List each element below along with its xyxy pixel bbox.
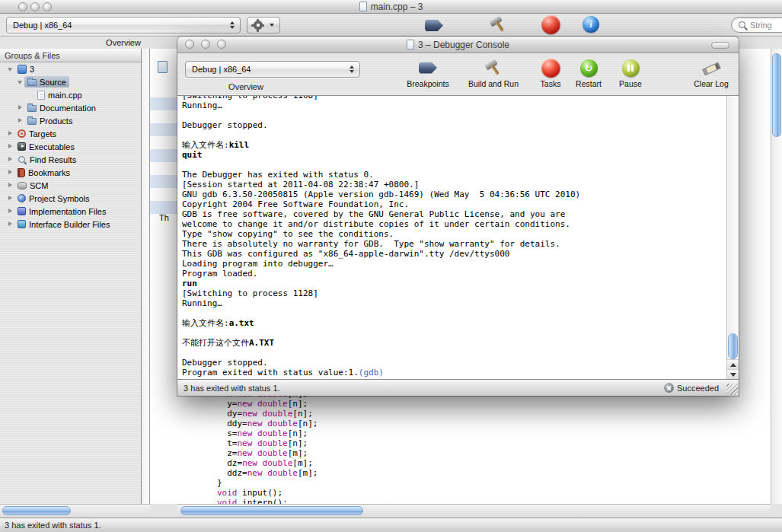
editor-horizontal-scrollbar[interactable]	[177, 504, 771, 517]
sidebar-item-documentation[interactable]: Documentation	[0, 101, 141, 114]
search-field[interactable]: String	[731, 17, 782, 33]
sidebar-item-executables[interactable]: Executables	[0, 140, 141, 153]
toolbar-button-label: Pause	[619, 79, 642, 88]
pause-button[interactable]: Pause	[609, 58, 652, 88]
scroll-down-button[interactable]	[727, 369, 739, 379]
list-row-stripe	[150, 175, 177, 188]
impl-icon	[18, 207, 26, 215]
sidebar-tree: 3Sourcemain.cppDocumentationProductsTarg…	[0, 62, 141, 504]
console-status-bar: 3 has exited with status 1. Succeeded	[177, 379, 739, 396]
console-line: run	[182, 279, 722, 288]
toolbar-button-label: Build and Run	[468, 79, 519, 88]
symbols-icon	[18, 194, 26, 202]
bookmarks-icon	[18, 168, 25, 177]
disclosure-triangle[interactable]	[6, 207, 14, 215]
info-button[interactable]: i	[583, 16, 599, 33]
disclosure-triangle[interactable]	[6, 194, 14, 202]
sidebar-item-implementation-files[interactable]: Implementation Files	[0, 205, 141, 218]
scrollbar-thumb[interactable]	[772, 53, 781, 137]
debugger-console-window: 3 – Debugger Console Debug | x86_64 Over…	[177, 37, 739, 396]
breakpoints-button[interactable]: Breakpoints	[401, 58, 455, 88]
console-line: Program exited with status value:1.(gdb)	[182, 368, 722, 377]
console-scrollbar[interactable]	[726, 96, 739, 379]
sidebar-item-interface-builder-files[interactable]: Interface Builder Files	[0, 218, 141, 231]
build-and-run-button[interactable]: Build and Run	[458, 58, 529, 88]
sidebar-horizontal-scrollbar[interactable]	[0, 504, 150, 517]
detail-stripes	[150, 97, 177, 214]
console-line	[182, 308, 722, 318]
sidebar-item-find-results[interactable]: Find Results	[0, 153, 141, 166]
resize-grip[interactable]	[726, 384, 738, 395]
scrollbar-thumb[interactable]	[728, 333, 738, 359]
main-window-titlebar[interactable]: main.cpp – 3	[0, 0, 782, 14]
list-row-stripe	[150, 110, 177, 123]
scroll-up-button[interactable]	[727, 359, 739, 369]
disclosure-triangle[interactable]	[6, 168, 14, 177]
disclosure-triangle[interactable]	[6, 181, 14, 190]
scheme-popup[interactable]: Debug | x86_64	[6, 17, 241, 33]
sidebar-item-content: Bookmarks	[14, 167, 73, 178]
console-window-title: 3 – Debugger Console	[418, 40, 509, 50]
build-and-run-button[interactable]	[488, 15, 508, 33]
sidebar-item-content: Project Symbols	[14, 193, 92, 204]
disclosure-triangle[interactable]	[6, 220, 14, 228]
folder-icon	[27, 79, 37, 86]
code-line: z=new double[m];	[217, 448, 318, 458]
toolbar-button-label: Restart	[576, 79, 602, 88]
disclosure-triangle[interactable]	[6, 142, 14, 151]
disclosure-triangle[interactable]	[6, 65, 14, 73]
sidebar-item-main-cpp[interactable]: main.cpp	[0, 88, 141, 101]
sidebar-item-project-symbols[interactable]: Project Symbols	[0, 192, 141, 205]
tasks-button[interactable]: Tasks	[529, 58, 572, 88]
breakpoints-button[interactable]	[425, 20, 443, 31]
sidebar-item-source[interactable]: Source	[0, 75, 141, 88]
console-line: GDB is free software, covered by the GNU…	[182, 209, 722, 219]
pencil-eraser-icon	[701, 58, 721, 78]
scrollbar-thumb[interactable]	[180, 506, 363, 515]
sidebar-item-content: Implementation Files	[14, 205, 110, 217]
clear-log-button[interactable]: Clear Log	[684, 58, 739, 88]
breakpoints-icon	[419, 58, 437, 78]
console-line: GNU gdb 6.3.50-20050815 (Apple version g…	[182, 190, 722, 199]
console-output-area[interactable]: [Switching to process 1108]Running… Debu…	[177, 96, 726, 379]
code-line: dy=new double[n];	[217, 409, 318, 419]
sidebar-scrollbar[interactable]	[142, 49, 150, 504]
document-icon	[359, 2, 367, 11]
find-icon	[18, 155, 27, 164]
code-line: s=new double[n];	[217, 428, 318, 438]
scheme-popup-label: Debug | x86_64	[192, 65, 251, 74]
sidebar-item-3[interactable]: 3	[0, 62, 141, 75]
sidebar-item-targets[interactable]: Targets	[0, 127, 141, 140]
search-icon	[738, 21, 747, 30]
toolbar-toggle-button[interactable]	[711, 42, 729, 49]
editor-vertical-scrollbar[interactable]	[771, 49, 782, 504]
breakpoints-icon	[425, 20, 443, 31]
disclosure-triangle[interactable]	[6, 155, 14, 164]
console-line: Running…	[182, 100, 722, 110]
scrollbar-thumb[interactable]	[2, 506, 71, 515]
main-window-title: main.cpp – 3	[371, 2, 423, 12]
action-gear-button[interactable]	[247, 17, 280, 33]
disclosure-triangle[interactable]	[6, 129, 14, 138]
console-scheme-popup[interactable]: Debug | x86_64	[185, 61, 360, 78]
scrollbar-arrows	[727, 359, 739, 379]
sidebar-item-bookmarks[interactable]: Bookmarks	[0, 166, 141, 179]
list-row-stripe	[150, 136, 177, 149]
sidebar-item-content: Interface Builder Files	[14, 218, 113, 230]
code-line: void input();	[217, 488, 318, 498]
sidebar-item-scm[interactable]: SCM	[0, 179, 141, 192]
console-line	[182, 110, 722, 120]
list-row-stripe	[150, 162, 177, 175]
sidebar-item-label: Project Symbols	[29, 194, 89, 203]
console-titlebar[interactable]: 3 – Debugger Console	[177, 37, 739, 53]
sidebar-item-products[interactable]: Products	[0, 114, 141, 127]
tasks-button[interactable]	[541, 15, 560, 34]
console-status-text: 3 has exited with status 1.	[184, 384, 280, 393]
disclosure-triangle[interactable]	[16, 104, 24, 112]
restart-button[interactable]: Restart	[567, 58, 610, 88]
toolbar-button-label: Clear Log	[694, 79, 729, 88]
sidebar-item-content: Source	[24, 76, 69, 88]
sidebar-header[interactable]: Groups & Files	[0, 49, 141, 62]
disclosure-triangle[interactable]	[16, 78, 24, 86]
disclosure-triangle[interactable]	[16, 116, 24, 125]
